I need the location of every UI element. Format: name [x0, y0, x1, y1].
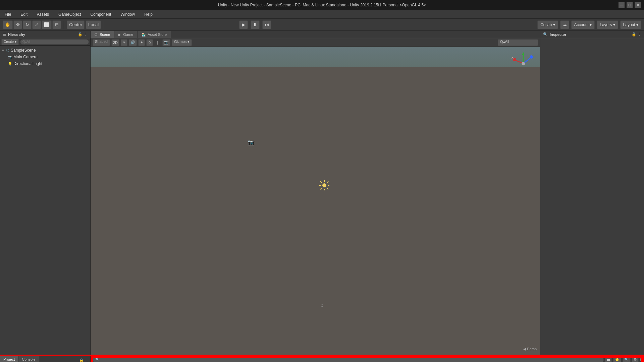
step-button[interactable]: ⏭	[262, 20, 271, 29]
scene-tab-label: Scene	[100, 33, 110, 37]
inspector-lock-icon[interactable]: 🔒	[632, 32, 636, 37]
hierarchy-panel: ☰ Hierarchy 🔒 ⋮ Create ▾ ▼ ⬡ SampleScene…	[0, 31, 91, 355]
collab-dropdown[interactable]: Collab ▾	[537, 20, 558, 29]
lighting-btn[interactable]: ☀	[121, 39, 127, 46]
game-tab[interactable]: ▶ Game	[114, 31, 138, 38]
center-area: ⬡ Scene ▶ Game 🏪 Asset Store Shaded 2D ☀…	[91, 31, 540, 355]
menu-bar: File Edit Assets GameObject Component Wi…	[0, 10, 644, 19]
assets-count: 9	[640, 358, 642, 362]
project-panel-icons: 🔒 ⋮	[79, 358, 90, 362]
camera-btn[interactable]: 📷	[162, 39, 170, 46]
game-tab-icon: ▶	[118, 33, 121, 37]
svg-line-7	[327, 181, 328, 183]
scene-view-separator: |	[154, 39, 161, 46]
bottom-area: Project Console 🔒 ⋮ Create ▾ ▼ ⭐ Favorit…	[0, 355, 644, 362]
console-tab[interactable]: Console	[18, 356, 39, 362]
layout-dropdown[interactable]: Layout ▾	[620, 20, 641, 29]
minimize-button[interactable]: ─	[619, 2, 625, 8]
hierarchy-main-camera[interactable]: 📷 Main Camera	[0, 54, 90, 60]
hand-tool[interactable]: ✋	[3, 20, 13, 29]
axis-gizmo: Z X	[510, 50, 537, 77]
assets-panel: 🔍 ☰ ⭐ 🔍 ⚙ 9 Assets	[91, 356, 644, 362]
svg-line-6	[327, 188, 328, 189]
hierarchy-create-button[interactable]: Create ▾	[1, 39, 19, 45]
maximize-button[interactable]: □	[627, 2, 633, 8]
hierarchy-search-input[interactable]	[20, 39, 89, 45]
inspector-content	[540, 38, 644, 355]
pivot-center-button[interactable]: Center	[67, 20, 85, 29]
menu-edit[interactable]: Edit	[18, 11, 30, 17]
pause-button[interactable]: ⏸	[251, 20, 260, 29]
assets-view-toggle[interactable]: ☰	[605, 356, 612, 362]
lock-icon[interactable]: 🔒	[78, 32, 83, 37]
game-tab-label: Game	[123, 33, 133, 37]
sun-gizmo	[319, 180, 329, 190]
hierarchy-directional-light[interactable]: 💡 Directional Light	[0, 60, 90, 67]
hidden-btn[interactable]: 0	[146, 39, 153, 46]
scene-search[interactable]: Q▴All	[498, 39, 538, 46]
menu-assets[interactable]: Assets	[35, 11, 51, 17]
scene-toolbar: Shaded 2D ☀ 🔊 ✦ 0 | 📷 Gizmos ▾ Q▴All	[91, 38, 540, 47]
console-tab-label: Console	[22, 357, 35, 361]
search-icon: 🔍	[95, 357, 100, 362]
hierarchy-scene-item[interactable]: ▼ ⬡ SampleScene	[0, 47, 90, 54]
assets-star-btn[interactable]: 🔍	[623, 356, 631, 362]
svg-text:Z: Z	[531, 53, 533, 57]
view-tab-bar: ⬡ Scene ▶ Game 🏪 Asset Store	[91, 31, 540, 38]
svg-line-5	[320, 181, 322, 183]
assets-area: 🔍 ☰ ⭐ 🔍 ⚙ 9 Assets	[91, 356, 644, 362]
project-lock-icon[interactable]: 🔒	[79, 358, 84, 362]
cloud-button[interactable]: ☁	[560, 20, 569, 29]
menu-window[interactable]: Window	[118, 11, 137, 17]
menu-help[interactable]: Help	[142, 11, 155, 17]
layers-dropdown[interactable]: Layers ▾	[597, 20, 618, 29]
scene-viewport[interactable]: 📷 Z	[91, 47, 540, 355]
assets-search-input[interactable]	[93, 357, 604, 362]
move-tool[interactable]: ✥	[13, 20, 22, 29]
inspector-more-icon[interactable]: ⋮	[638, 32, 641, 37]
svg-marker-16	[522, 52, 525, 55]
camera-icon: 📷	[8, 55, 12, 59]
right-toolbar: Collab ▾ ☁ Account ▾ Layers ▾ Layout ▾	[537, 20, 641, 29]
inspector-icon: 🔍	[543, 32, 548, 37]
fx-btn[interactable]: ✦	[138, 39, 145, 46]
play-button[interactable]: ▶	[239, 20, 248, 29]
separator-1	[64, 21, 64, 29]
account-dropdown[interactable]: Account ▾	[571, 20, 595, 29]
menu-gameobject[interactable]: GameObject	[56, 11, 83, 17]
audio-btn[interactable]: 🔊	[129, 39, 137, 46]
scene-tab[interactable]: ⬡ Scene	[91, 31, 114, 38]
hierarchy-title: Hierarchy	[8, 33, 25, 37]
asset-store-tab-label: Asset Store	[148, 33, 167, 37]
asset-store-tab[interactable]: 🏪 Asset Store	[138, 31, 171, 38]
assets-more-btn[interactable]: ⚙	[632, 356, 639, 362]
project-tab-bar: Project Console 🔒 ⋮	[0, 356, 90, 362]
project-tab[interactable]: Project	[0, 356, 18, 362]
more-icon[interactable]: ⋮	[84, 32, 88, 37]
transform-tools: ✋ ✥ ↻ ⤢ ⬜ ⊞	[3, 20, 61, 29]
hierarchy-header: ☰ Hierarchy 🔒 ⋮	[0, 31, 90, 38]
hierarchy-icon: ☰	[3, 32, 6, 37]
2d-toggle[interactable]: 2D	[111, 39, 119, 46]
assets-filter-btn[interactable]: ⭐	[613, 356, 621, 362]
menu-component[interactable]: Component	[88, 11, 113, 17]
window-title: Unity - New Unity Project - SampleScene …	[218, 3, 426, 7]
hierarchy-panel-icons: 🔒 ⋮	[78, 32, 88, 37]
project-more-icon[interactable]: ⋮	[85, 358, 89, 362]
title-bar-controls: ─ □ ✕	[619, 2, 641, 8]
rect-tool[interactable]: ⬜	[42, 20, 52, 29]
project-tab-label: Project	[3, 357, 15, 361]
close-button[interactable]: ✕	[635, 2, 641, 8]
inspector-title: Inspector	[550, 33, 567, 37]
transform-tool[interactable]: ⊞	[52, 20, 61, 29]
pivot-local-button[interactable]: Local	[86, 20, 101, 29]
svg-text:X: X	[512, 56, 514, 59]
gizmos-dropdown[interactable]: Gizmos ▾	[172, 39, 192, 46]
separator-2	[104, 21, 104, 29]
shading-dropdown[interactable]: Shaded	[93, 39, 110, 46]
inspector-header: 🔍 Inspector 🔒 ⋮	[540, 31, 644, 38]
perspective-label: ◀ Persp	[523, 347, 537, 351]
scale-tool[interactable]: ⤢	[32, 20, 41, 29]
rotate-tool[interactable]: ↻	[23, 20, 32, 29]
menu-file[interactable]: File	[3, 11, 13, 17]
